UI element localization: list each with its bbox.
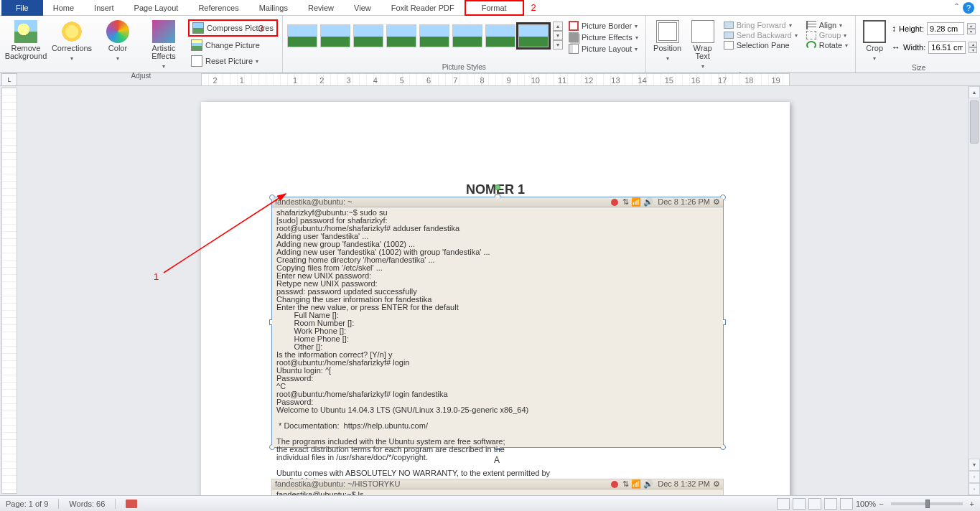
view-full-screen-button[interactable] [793, 498, 806, 510]
width-label: Width: [903, 43, 925, 52]
send-backward-label: Send Backward [737, 31, 792, 39]
style-thumbnail[interactable] [320, 24, 350, 47]
zoom-out-button[interactable]: − [879, 500, 883, 508]
height-input[interactable] [927, 22, 964, 35]
chevron-down-icon: ▾ [873, 55, 876, 62]
tab-mailings[interactable]: Mailings [249, 0, 298, 16]
tab-file[interactable]: File [1, 0, 43, 16]
align-icon [806, 21, 816, 29]
vertical-ruler[interactable] [1, 88, 17, 494]
selected-picture[interactable]: fandestika@ubuntu: ~ ⇅ 📶 🔊 Dec 8 1:26 PM… [271, 197, 724, 448]
picture-border-button[interactable]: Picture Border▾ [566, 20, 641, 32]
width-input[interactable] [928, 41, 966, 54]
group-adjust: Remove Background Corrections ▾ Color ▾ … [0, 16, 283, 72]
style-thumbnail[interactable] [386, 24, 416, 47]
style-thumbnail[interactable] [419, 24, 449, 47]
status-page[interactable]: Page: 1 of 9 [6, 500, 48, 508]
workspace: NOMER 1 fandestika@ubuntu: ~ ⇅ 📶 🔊 [0, 86, 980, 495]
scroll-down-button[interactable]: ▾ [969, 459, 980, 471]
crop-button[interactable]: Crop ▾ [860, 17, 889, 62]
status-words[interactable]: Words: 66 [69, 500, 105, 508]
page: NOMER 1 fandestika@ubuntu: ~ ⇅ 📶 🔊 [201, 102, 790, 495]
style-thumbnail[interactable] [353, 24, 383, 47]
rotate-label: Rotate [819, 41, 842, 50]
group-button[interactable]: Group▾ [803, 30, 851, 40]
tab-selector[interactable]: L [1, 73, 17, 86]
tab-references[interactable]: References [188, 0, 248, 16]
zoom-slider-thumb[interactable] [925, 500, 930, 508]
vertical-scrollbar[interactable]: ▴ ▾ ◦ ◦ [968, 86, 980, 495]
change-picture-button[interactable]: Change Picture [188, 38, 278, 52]
gallery-down-button[interactable]: ▾ [553, 31, 563, 40]
gallery-up-button[interactable]: ▴ [553, 22, 563, 31]
next-page-button[interactable]: ◦ [969, 483, 980, 495]
view-draft-button[interactable] [840, 498, 853, 510]
selection-pane-button[interactable]: Selection Pane [721, 40, 801, 50]
remove-background-icon [14, 20, 37, 43]
style-thumbnail[interactable] [287, 24, 317, 47]
width-row: ↔ Width: ▴▾ [892, 40, 977, 55]
minimize-ribbon-icon[interactable]: ˆ [955, 2, 958, 14]
zoom-in-button[interactable]: + [970, 500, 974, 508]
rotate-button[interactable]: Rotate▾ [803, 40, 851, 50]
color-button[interactable]: Color ▾ [96, 17, 139, 62]
proofing-icon[interactable] [126, 500, 137, 508]
picture-effects-button[interactable]: Picture Effects▾ [566, 32, 641, 43]
compress-pictures-button[interactable]: Compress Pictures [188, 19, 278, 37]
width-spin-down[interactable]: ▾ [969, 47, 977, 53]
style-thumbnail[interactable] [485, 24, 515, 47]
tab-home[interactable]: Home [43, 0, 84, 16]
align-button[interactable]: Align▾ [803, 20, 851, 30]
style-thumbnail-selected[interactable] [518, 24, 549, 47]
chevron-down-icon: ▾ [789, 22, 792, 29]
artistic-effects-icon [152, 20, 175, 43]
picture-layout-button[interactable]: Picture Layout▾ [566, 43, 641, 55]
scroll-thumb[interactable] [970, 100, 979, 144]
help-icon[interactable]: ? [963, 2, 974, 14]
tab-format[interactable]: Format [465, 0, 524, 16]
terminal-2-time: Dec 8 1:32 PM [658, 480, 710, 488]
width-spin-up[interactable]: ▴ [969, 42, 977, 47]
height-spin-up[interactable]: ▴ [967, 23, 976, 29]
view-print-layout-button[interactable] [777, 498, 790, 510]
group-label: Group [819, 31, 841, 39]
scroll-up-button[interactable]: ▴ [969, 86, 980, 98]
artistic-effects-button[interactable]: Artistic Effects ▾ [142, 17, 185, 70]
view-outline-button[interactable] [824, 498, 837, 510]
zoom-level[interactable]: 100% [856, 500, 876, 508]
bring-forward-button[interactable]: Bring Forward▾ [721, 20, 801, 30]
tab-page-layout[interactable]: Page Layout [124, 0, 189, 16]
horizontal-ruler[interactable]: 2112345678910111213141516171819 [201, 73, 790, 86]
terminal-2-body: fandestika@ubuntu:~$ ls [272, 489, 723, 495]
previous-page-button[interactable]: ◦ [969, 471, 980, 483]
annotation-3: 3 [258, 23, 263, 34]
chevron-down-icon: ▾ [635, 34, 638, 41]
send-backward-button[interactable]: Send Backward▾ [721, 30, 801, 40]
tab-insert[interactable]: Insert [84, 0, 124, 16]
rotation-handle[interactable] [495, 184, 500, 190]
color-icon [106, 20, 129, 43]
remove-background-button[interactable]: Remove Background [4, 17, 47, 60]
tab-view[interactable]: View [344, 0, 381, 16]
tab-foxit[interactable]: Foxit Reader PDF [381, 0, 465, 16]
chevron-down-icon: ▾ [666, 55, 669, 62]
view-web-layout-button[interactable] [808, 498, 821, 510]
height-icon: ↕ [892, 24, 896, 34]
wrap-text-button[interactable]: Wrap Text ▾ [688, 17, 718, 70]
chevron-down-icon: ▾ [844, 32, 846, 39]
style-thumbnail[interactable] [452, 24, 482, 47]
terminal-title: fandestika@ubuntu: ~ [275, 198, 353, 206]
artistic-effects-label: Artistic Effects [142, 44, 185, 60]
document-canvas[interactable]: NOMER 1 fandestika@ubuntu: ~ ⇅ 📶 🔊 [19, 86, 980, 495]
reset-picture-icon [191, 55, 202, 67]
zoom-slider[interactable] [891, 502, 963, 505]
chevron-down-icon: ▾ [845, 42, 848, 49]
height-spin-down[interactable]: ▾ [967, 29, 976, 34]
position-button[interactable]: Position ▾ [650, 17, 685, 62]
corrections-button[interactable]: Corrections ▾ [50, 17, 93, 62]
tab-review[interactable]: Review [298, 0, 344, 16]
group-size-title: Size [860, 62, 977, 73]
reset-picture-button[interactable]: Reset Picture ▾ [188, 54, 278, 68]
gallery-more-button[interactable]: ▾ [553, 40, 563, 50]
align-label: Align [819, 21, 836, 29]
